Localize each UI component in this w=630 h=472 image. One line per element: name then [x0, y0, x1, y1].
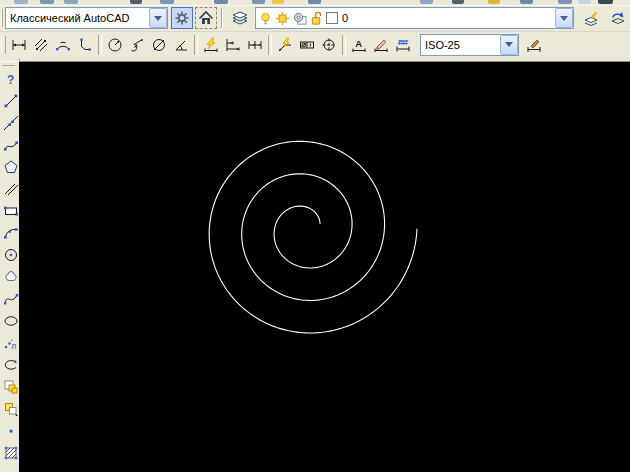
toolbar-grip[interactable]: [1, 9, 3, 27]
dimension-style-combobox[interactable]: ISO-25: [420, 34, 519, 56]
unlock-icon[interactable]: [309, 11, 324, 26]
insert-block-icon: [3, 379, 19, 395]
line-button[interactable]: [0, 90, 20, 111]
spline-button[interactable]: [0, 288, 20, 309]
toolbar-separator: [268, 35, 272, 55]
angular-dimension-button[interactable]: [170, 34, 192, 56]
diameter-dimension-button[interactable]: [148, 34, 170, 56]
tolerance-button[interactable]: [296, 34, 318, 56]
line-icon: [3, 93, 19, 109]
aligned-dimension-button[interactable]: [30, 34, 52, 56]
multiline-button[interactable]: [0, 178, 20, 199]
revision-cloud-button[interactable]: [0, 266, 20, 287]
tolerance-icon: [299, 37, 315, 53]
polygon-button[interactable]: [0, 156, 20, 177]
radius-dimension-button[interactable]: [104, 34, 126, 56]
workspace-combobox-arrow[interactable]: [149, 8, 167, 28]
arc-button[interactable]: [0, 222, 20, 243]
circle-icon: [3, 247, 19, 263]
workspace-combobox-value: Классический AutoCAD: [6, 12, 149, 24]
quick-dimension-button[interactable]: [200, 34, 222, 56]
ellipse-arc-button[interactable]: [0, 354, 20, 375]
make-object-layer-current-button[interactable]: [578, 7, 604, 29]
current-layer-name: 0: [338, 12, 555, 24]
center-mark-button[interactable]: [318, 34, 340, 56]
dimension-edit-button[interactable]: [370, 34, 392, 56]
dimension-style-button[interactable]: [523, 34, 545, 56]
layer-previous-button[interactable]: [605, 7, 630, 29]
dimension-style-icon: [526, 37, 542, 53]
rectangle-button[interactable]: [0, 200, 20, 221]
dimension-update-button[interactable]: [392, 34, 414, 56]
construction-line-button[interactable]: [0, 112, 20, 133]
spiral-polyline: [209, 141, 417, 333]
point-icon: [3, 423, 19, 439]
divide-icon: n: [3, 335, 19, 351]
draw-toolbar: ?: [0, 58, 20, 472]
workspace-settings-button[interactable]: [171, 7, 193, 29]
layer-previous-icon: [610, 10, 626, 26]
quick-leader-icon: [277, 37, 293, 53]
polyline-button[interactable]: [0, 134, 20, 155]
toolbar-separator: [221, 8, 223, 28]
toolbar-separator: [194, 35, 198, 55]
svg-text:n: n: [11, 340, 16, 350]
make-block-button[interactable]: [0, 398, 20, 419]
arc-icon: [3, 225, 19, 241]
quick-leader-button[interactable]: [274, 34, 296, 56]
layer-properties-manager-button[interactable]: [227, 7, 253, 29]
ellipse-button[interactable]: [0, 310, 20, 331]
hatch-button[interactable]: [0, 442, 20, 463]
workspaces-layers-toolbar: Классический AutoCAD: [0, 5, 630, 32]
hatch-icon: [3, 445, 19, 461]
gear-icon: [174, 10, 190, 26]
drawing-canvas[interactable]: [19, 62, 630, 472]
continue-dimension-icon: [247, 37, 263, 53]
viewport-freeze-icon[interactable]: [292, 11, 307, 26]
chevron-down-icon: [154, 16, 162, 21]
toolbar-grip[interactable]: [1, 36, 6, 54]
arc-length-dimension-icon: [55, 37, 71, 53]
toolbar-header: Классический AutoCAD: [0, 0, 630, 62]
jogged-dimension-button[interactable]: [126, 34, 148, 56]
dimension-text-edit-button[interactable]: A: [348, 34, 370, 56]
chevron-down-icon: [505, 42, 513, 47]
angular-dimension-icon: [173, 37, 189, 53]
svg-text:?: ?: [7, 72, 14, 86]
insert-block-button[interactable]: [0, 376, 20, 397]
linear-dimension-button[interactable]: [8, 34, 30, 56]
spiral-drawing: [19, 62, 630, 472]
sun-icon[interactable]: [275, 11, 290, 26]
toolbar-separator: [342, 35, 346, 55]
spline-icon: [3, 291, 19, 307]
layer-color-swatch[interactable]: [326, 12, 338, 24]
dimension-style-combobox-arrow[interactable]: [500, 35, 518, 55]
help-button[interactable]: ?: [0, 68, 20, 89]
dimension-edit-icon: [373, 37, 389, 53]
my-workspace-button[interactable]: [195, 7, 217, 29]
aligned-dimension-icon: [33, 37, 49, 53]
diameter-dimension-icon: [151, 37, 167, 53]
multiline-icon: [3, 181, 19, 197]
jogged-dimension-icon: [129, 37, 145, 53]
center-mark-icon: [321, 37, 337, 53]
layer-combobox-arrow[interactable]: [555, 8, 573, 28]
my-workspace-icon: [198, 10, 214, 26]
continue-dimension-button[interactable]: [244, 34, 266, 56]
layer-combobox[interactable]: 0: [255, 7, 574, 29]
divide-button[interactable]: n: [0, 332, 20, 353]
svg-text:A: A: [355, 37, 362, 48]
bulb-on-icon[interactable]: [258, 11, 273, 26]
quick-dimension-icon: [203, 37, 219, 53]
ellipse-arc-icon: [3, 357, 19, 373]
construction-line-icon: [3, 115, 19, 131]
toolbar-grip[interactable]: [2, 61, 15, 66]
point-button[interactable]: [0, 420, 20, 441]
baseline-dimension-button[interactable]: [222, 34, 244, 56]
toolbar-separator: [98, 35, 102, 55]
arc-length-dimension-button[interactable]: [52, 34, 74, 56]
ordinate-dimension-button[interactable]: [74, 34, 96, 56]
circle-button[interactable]: [0, 244, 20, 265]
workspace-combobox[interactable]: Классический AutoCAD: [5, 7, 168, 29]
autocad-window: Классический AutoCAD: [0, 0, 630, 472]
